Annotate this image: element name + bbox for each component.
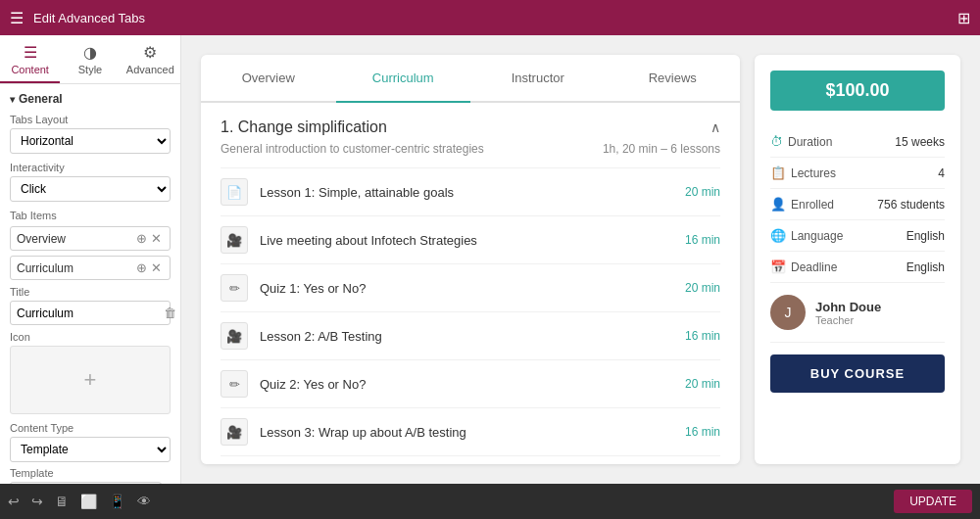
- redo-btn[interactable]: ↪: [31, 494, 43, 509]
- interactivity-row: Interactivity Click: [10, 162, 171, 202]
- lectures-icon: 📋: [770, 165, 786, 180]
- section-title: General: [10, 92, 171, 106]
- tabs-layout-label: Tabs Layout: [10, 114, 171, 125]
- center-panel: Overview Curriculum Instructor Reviews 1…: [201, 55, 740, 464]
- teacher-row: J John Doue Teacher: [770, 283, 945, 343]
- tab-advanced[interactable]: ⚙ Advanced: [121, 35, 180, 83]
- tab-item-curriculum-copy[interactable]: ⊕: [134, 260, 149, 275]
- enrolled-icon: 👤: [770, 197, 786, 212]
- content-icon: ☰: [24, 43, 37, 62]
- duration-icon: ⏱: [770, 134, 783, 149]
- info-row-deadline: 📅 Deadline English: [770, 252, 945, 283]
- icon-preview[interactable]: +: [10, 346, 171, 414]
- lesson-icon-3: ✏: [220, 274, 248, 302]
- teacher-info: John Doue Teacher: [815, 300, 881, 326]
- title-field-label: Title: [10, 286, 171, 298]
- tab-curriculum[interactable]: Curriculum: [336, 55, 471, 103]
- duration-value: 15 weeks: [895, 135, 945, 149]
- content-area: Overview Curriculum Instructor Reviews 1…: [181, 35, 980, 484]
- lesson-row: ✏ Quiz 2: Yes or No? 20 min: [220, 359, 720, 407]
- tab-item-curriculum-text: Curriculum: [17, 261, 134, 275]
- info-row-lectures: 📋 Lectures 4: [770, 158, 945, 189]
- tabs-layout-row: Tabs Layout Horizontal: [10, 114, 171, 154]
- tab-item-overview: Overview ⊕ ✕: [10, 226, 171, 251]
- tab-item-overview-delete[interactable]: ✕: [149, 231, 164, 246]
- lesson-duration-2: 16 min: [685, 233, 720, 247]
- title-input[interactable]: [17, 307, 164, 320]
- lesson-name-1: Lesson 1: Simple, attainable goals: [260, 185, 685, 200]
- advanced-icon: ⚙: [143, 43, 157, 62]
- lesson-row: 🎥 Lesson 3: Wrap up about A/B testing 16…: [220, 407, 720, 455]
- bottom-toolbar: ↩ ↪ 🖥 ⬜ 📱 👁 UPDATE: [0, 484, 980, 519]
- accordion-1-chevron: ∧: [710, 119, 720, 135]
- teacher-name: John Doue: [815, 300, 881, 314]
- content-type-select[interactable]: Template: [10, 437, 171, 462]
- info-row-duration: ⏱ Duration 15 weeks: [770, 126, 945, 158]
- tabs-layout-select[interactable]: Horizontal: [10, 128, 171, 154]
- content-tab-label: Content: [11, 64, 49, 75]
- menu-icon[interactable]: ☰: [10, 9, 24, 27]
- tab-reviews[interactable]: Reviews: [606, 55, 741, 103]
- teacher-role: Teacher: [815, 314, 881, 326]
- eye-btn[interactable]: 👁: [137, 494, 151, 509]
- deadline-label: 📅 Deadline: [770, 260, 837, 274]
- desktop-btn[interactable]: 🖥: [55, 494, 69, 509]
- accordion-1-header[interactable]: 1. Change simplification ∧: [220, 118, 720, 136]
- lesson-name-2: Live meeting about Infotech Strategies: [260, 233, 685, 248]
- mobile-btn[interactable]: 📱: [109, 494, 125, 509]
- undo-btn[interactable]: ↩: [8, 494, 20, 509]
- advanced-tab-label: Advanced: [126, 64, 174, 75]
- title-input-container: 🗑: [10, 301, 171, 325]
- update-button[interactable]: UPDATE: [894, 490, 972, 513]
- language-value: English: [906, 229, 945, 243]
- price-button[interactable]: $100.00: [770, 71, 945, 111]
- info-row-enrolled: 👤 Enrolled 756 students: [770, 189, 945, 220]
- enrolled-value: 756 students: [877, 198, 945, 212]
- language-label: 🌐 Language: [770, 228, 843, 243]
- tab-item-overview-copy[interactable]: ⊕: [134, 231, 149, 246]
- lesson-icon-5: ✏: [220, 370, 248, 398]
- general-section: General Tabs Layout Horizontal Interacti…: [0, 84, 180, 484]
- tab-item-curriculum-delete[interactable]: ✕: [149, 260, 164, 275]
- grid-icon[interactable]: ⊞: [957, 9, 970, 27]
- enrolled-label: 👤 Enrolled: [770, 197, 834, 212]
- header-title: Edit Advanced Tabs: [33, 11, 948, 25]
- tabs-navigation: Overview Curriculum Instructor Reviews: [201, 55, 740, 103]
- tab-instructor[interactable]: Instructor: [470, 55, 606, 103]
- tab-content[interactable]: ☰ Content: [0, 35, 60, 83]
- lesson-name-3: Quiz 1: Yes or No?: [260, 281, 685, 296]
- lesson-icon-4: 🎥: [220, 322, 248, 350]
- interactivity-select[interactable]: Click: [10, 176, 171, 202]
- lesson-duration-5: 20 min: [685, 377, 720, 391]
- lesson-row: 🎥 Lesson 2: A/B Testing 16 min: [220, 311, 720, 359]
- duration-label: ⏱ Duration: [770, 134, 832, 149]
- content-type-label: Content Type: [10, 422, 171, 434]
- teacher-avatar: J: [770, 295, 806, 330]
- tab-overview[interactable]: Overview: [201, 55, 336, 103]
- accordion-1: 1. Change simplification ∧ General intro…: [201, 103, 740, 464]
- tablet-btn[interactable]: ⬜: [80, 494, 97, 509]
- lesson-row: ✏ Quiz 3: Yes or No? 20 min: [220, 455, 720, 464]
- right-panel: $100.00 ⏱ Duration 15 weeks 📋 Lectures 4…: [755, 55, 960, 464]
- icon-field-label: Icon: [10, 331, 171, 343]
- info-row-language: 🌐 Language English: [770, 220, 945, 252]
- interactivity-label: Interactivity: [10, 162, 171, 173]
- buy-course-button[interactable]: BUY COURSE: [770, 354, 945, 393]
- header: ☰ Edit Advanced Tabs ⊞: [0, 0, 980, 35]
- lesson-duration-1: 20 min: [685, 185, 720, 199]
- language-icon: 🌐: [770, 228, 786, 243]
- lectures-value: 4: [938, 166, 945, 180]
- style-tab-label: Style: [78, 64, 102, 75]
- title-delete-btn[interactable]: 🗑: [164, 306, 176, 320]
- lesson-duration-6: 16 min: [685, 425, 720, 439]
- content-type-row: Content Type Template: [10, 422, 171, 462]
- tab-style[interactable]: ◑ Style: [60, 35, 120, 83]
- tab-item-overview-text: Overview: [17, 232, 134, 246]
- tab-items-label: Tab Items: [10, 210, 171, 221]
- accordion-1-title: 1. Change simplification: [220, 118, 387, 136]
- lesson-row: ✏ Quiz 1: Yes or No? 20 min: [220, 263, 720, 311]
- lesson-list: 📄 Lesson 1: Simple, attainable goals 20 …: [220, 167, 720, 464]
- lesson-icon-2: 🎥: [220, 226, 248, 254]
- lesson-duration-3: 20 min: [685, 281, 720, 295]
- style-icon: ◑: [83, 43, 97, 62]
